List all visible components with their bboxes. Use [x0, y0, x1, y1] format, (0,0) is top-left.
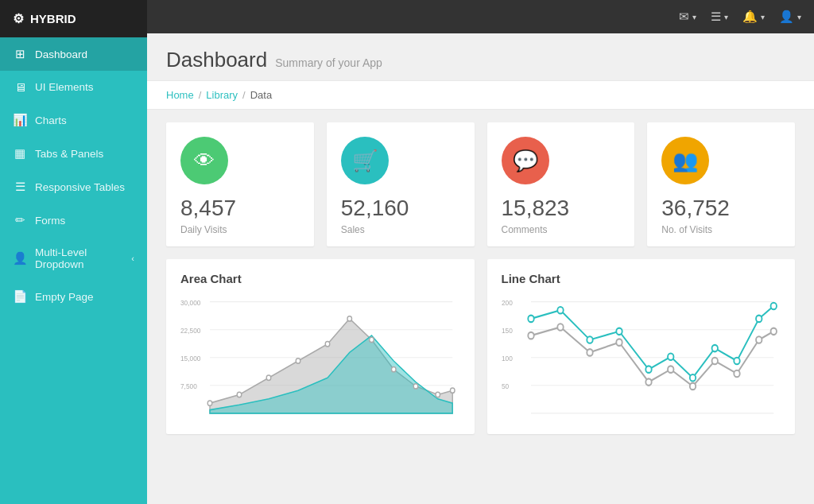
svg-point-42 [528, 332, 533, 339]
stat-card-daily-visits: 👁 8,457 Daily Visits [166, 122, 314, 246]
sidebar-item-multi-level[interactable]: 👤 Multi-Level Dropdown ‹ [0, 237, 147, 280]
dashboard-icon: ⊞ [13, 47, 27, 61]
svg-text:200: 200 [502, 298, 513, 307]
breadcrumb-sep-1: / [199, 89, 202, 101]
page-header: Dashboard Summary of your App [147, 33, 814, 80]
topbar-menu[interactable]: ☰ ▾ [711, 10, 728, 24]
svg-point-51 [756, 336, 762, 343]
sidebar-item-forms[interactable]: ✏ Forms [0, 204, 147, 237]
svg-point-14 [296, 359, 300, 363]
breadcrumb-home[interactable]: Home [166, 89, 194, 101]
forms-icon: ✏ [13, 213, 27, 227]
sidebar-item-label: Dashboard [35, 48, 87, 60]
breadcrumb-current: Data [250, 89, 272, 101]
user-icon: 👤 [779, 10, 794, 24]
app-logo: ⚙ HYBRID [0, 0, 147, 37]
area-chart-card: Area Chart 30,000 22,500 15,000 7,500 [166, 259, 475, 434]
sidebar-item-ui-elements[interactable]: 🖥 UI Elements [0, 71, 147, 103]
gear-icon: ⚙ [13, 11, 24, 26]
stat-card-no-of-visits: 👥 36,752 No. of Visits [647, 122, 795, 246]
svg-point-43 [557, 324, 563, 331]
cart-icon: 🛒 [352, 149, 378, 173]
svg-point-40 [756, 316, 762, 323]
comments-icon-circle: 💬 [502, 137, 549, 184]
sidebar-item-charts[interactable]: 📊 Charts [0, 103, 147, 137]
menu-icon: ☰ [711, 10, 721, 24]
svg-point-16 [347, 316, 352, 321]
line-chart-title: Line Chart [502, 272, 781, 285]
group-icon: 👥 [673, 149, 698, 173]
comments-value: 15,823 [502, 196, 621, 221]
svg-point-33 [587, 336, 592, 343]
daily-visits-icon-circle: 👁 [180, 137, 228, 184]
svg-point-45 [616, 339, 622, 346]
svg-point-21 [450, 388, 455, 393]
topbar-user[interactable]: 👤 ▾ [779, 10, 801, 24]
svg-text:150: 150 [502, 326, 513, 335]
line-chart-svg: 200 150 100 50 [502, 293, 781, 428]
svg-point-20 [436, 392, 440, 397]
sales-icon-circle: 🛒 [341, 137, 389, 184]
daily-visits-value: 8,457 [180, 196, 300, 221]
chevron-left-icon: ‹ [131, 254, 134, 263]
sidebar: ⚙ HYBRID ⊞ Dashboard 🖥 UI Elements 📊 Cha… [0, 0, 147, 504]
svg-point-41 [770, 303, 776, 310]
svg-point-44 [587, 349, 592, 356]
topbar-menu-arrow: ▾ [724, 13, 728, 21]
svg-point-48 [689, 383, 695, 390]
comment-icon: 💬 [513, 149, 538, 173]
topbar-bell-arrow: ▾ [761, 13, 765, 21]
svg-point-34 [616, 328, 622, 335]
sidebar-item-label: Responsive Tables [35, 181, 125, 193]
main-wrapper: ✉ ▾ ☰ ▾ 🔔 ▾ 👤 ▾ Dashboard Summary of you… [147, 0, 814, 504]
topbar: ✉ ▾ ☰ ▾ 🔔 ▾ 👤 ▾ [147, 0, 814, 33]
svg-point-17 [370, 337, 374, 342]
sidebar-item-label: Forms [35, 215, 65, 227]
sidebar-item-dashboard[interactable]: ⊞ Dashboard [0, 37, 147, 71]
svg-point-32 [557, 307, 563, 314]
svg-point-46 [645, 378, 651, 386]
breadcrumb-library[interactable]: Library [206, 89, 238, 101]
content-area: Dashboard Summary of your App Home / Lib… [147, 33, 814, 504]
svg-point-15 [325, 342, 330, 347]
table-icon: ☰ [13, 180, 27, 194]
no-of-visits-label: No. of Visits [661, 224, 781, 235]
svg-text:15,000: 15,000 [180, 354, 200, 362]
svg-point-18 [391, 366, 396, 371]
svg-text:100: 100 [502, 354, 513, 362]
line-chart-card: Line Chart 200 150 100 50 [487, 259, 796, 434]
sidebar-item-empty-page[interactable]: 📄 Empty Page [0, 280, 147, 313]
area-chart-svg: 30,000 22,500 15,000 7,500 [180, 293, 460, 428]
tabs-icon: ▦ [13, 146, 27, 161]
svg-point-52 [770, 328, 776, 335]
multilevel-icon: 👤 [13, 251, 27, 266]
svg-point-13 [266, 375, 271, 380]
no-of-visits-value: 36,752 [661, 196, 781, 221]
topbar-notifications[interactable]: 🔔 ▾ [742, 10, 765, 24]
sidebar-item-label: Charts [35, 114, 67, 126]
area-chart-title: Area Chart [180, 272, 460, 285]
sidebar-nav: ⊞ Dashboard 🖥 UI Elements 📊 Charts ▦ Tab… [0, 37, 147, 504]
app-name: HYBRID [30, 12, 76, 25]
svg-point-37 [689, 374, 695, 382]
page-title: Dashboard [166, 48, 267, 72]
sidebar-item-responsive-tables[interactable]: ☰ Responsive Tables [0, 170, 147, 204]
svg-point-35 [645, 366, 651, 373]
svg-point-39 [734, 358, 739, 365]
comments-label: Comments [502, 224, 621, 235]
mail-icon: ✉ [679, 10, 689, 24]
svg-text:50: 50 [502, 382, 509, 391]
eye-icon: 👁 [194, 149, 215, 173]
sidebar-item-tabs-panels[interactable]: ▦ Tabs & Panels [0, 137, 147, 170]
breadcrumb-sep-2: / [242, 89, 246, 101]
svg-text:30,000: 30,000 [180, 298, 200, 307]
svg-point-31 [528, 316, 533, 323]
svg-point-36 [668, 353, 673, 360]
visits-icon-circle: 👥 [661, 137, 709, 184]
svg-point-38 [711, 345, 717, 352]
sales-value: 52,160 [341, 196, 460, 221]
sidebar-item-label: Empty Page [35, 291, 94, 303]
daily-visits-label: Daily Visits [180, 224, 300, 235]
topbar-mail[interactable]: ✉ ▾ [679, 10, 696, 24]
bell-icon: 🔔 [742, 10, 758, 24]
